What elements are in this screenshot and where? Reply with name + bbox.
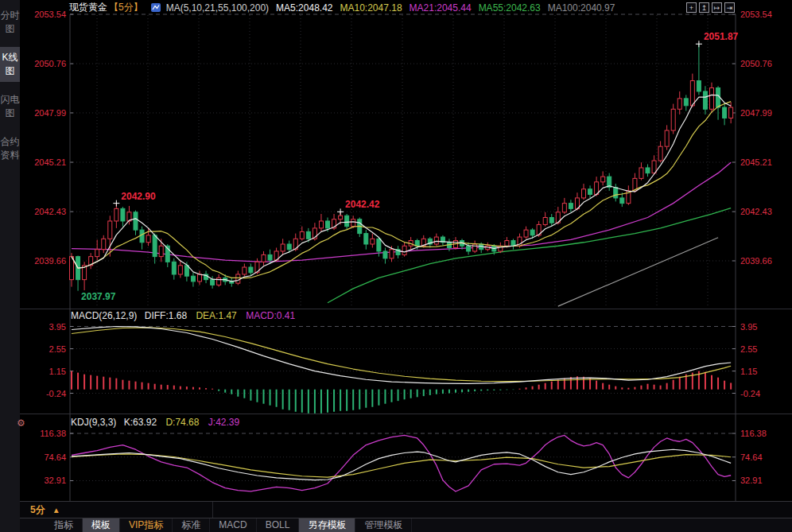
macd-dea-value: DEA:1.47 xyxy=(196,310,236,321)
interval-tag[interactable]: 【5分】 xyxy=(109,1,143,14)
svg-text:116.38: 116.38 xyxy=(740,429,767,438)
tab-4[interactable]: MACD xyxy=(210,518,256,532)
exit-panel-icon[interactable]: ⇥ xyxy=(724,2,735,13)
svg-text:2042.43: 2042.43 xyxy=(740,207,772,216)
gear-icon[interactable]: ⚙ xyxy=(17,417,25,429)
svg-text:1.15: 1.15 xyxy=(740,367,757,376)
instrument-title: 现货黄金 xyxy=(69,1,107,14)
svg-text:2050.76: 2050.76 xyxy=(34,59,66,68)
chart-type-icon xyxy=(151,2,161,13)
svg-text:74.64: 74.64 xyxy=(44,452,66,462)
svg-text:2039.66: 2039.66 xyxy=(740,256,772,266)
macd-header: MACD(26,12,9) DIFF:1.68 DEA:1.47 MACD:0.… xyxy=(71,310,295,321)
ma-value-3: MA55:2042.63 xyxy=(479,2,541,14)
sidebar-item-1[interactable]: K线图 xyxy=(0,47,20,82)
svg-text:3.95: 3.95 xyxy=(49,322,66,332)
bottom-tab-bar: 指标模板VIP指标标准MACDBOLL另存模板管理模板 xyxy=(20,518,792,532)
svg-text:-0.24: -0.24 xyxy=(740,389,760,398)
svg-text:2050.76: 2050.76 xyxy=(740,59,772,68)
trading-app: 2053.542053.542050.762050.762047.992047.… xyxy=(0,0,792,532)
sidebar-item-0[interactable]: 分时图 xyxy=(0,5,20,40)
ma-settings-label: MA(5,10,21,55,100,200) xyxy=(166,2,269,14)
kdj-header: KDJ(9,3,3) K:63.92 D:74.68 J:42.39 xyxy=(71,417,239,428)
svg-text:2045.21: 2045.21 xyxy=(34,157,66,167)
svg-text:2039.66: 2039.66 xyxy=(34,256,66,266)
svg-text:32.91: 32.91 xyxy=(740,476,763,485)
zoom-axis-icon[interactable]: ↥ xyxy=(699,2,709,13)
divider xyxy=(212,502,213,518)
svg-text:2051.87: 2051.87 xyxy=(704,31,739,42)
ma-value-4: MA100:2040.97 xyxy=(548,2,615,14)
sidebar: 分时图K线图闪电图合约资料 xyxy=(0,0,20,532)
svg-text:2047.99: 2047.99 xyxy=(740,108,772,118)
crosshair-icon[interactable]: + xyxy=(686,2,697,13)
macd-diff-value: DIFF:1.68 xyxy=(145,310,187,321)
ma-values: MA5:2048.42MA10:2047.18MA21:2045.44MA55:… xyxy=(269,2,615,14)
svg-text:2042.42: 2042.42 xyxy=(345,199,380,210)
macd-params-label: MACD(26,12,9) xyxy=(71,310,137,321)
sidebar-item-2[interactable]: 闪电图 xyxy=(0,89,20,124)
svg-text:116.38: 116.38 xyxy=(40,429,66,438)
svg-text:2037.97: 2037.97 xyxy=(81,291,116,302)
svg-text:2.55: 2.55 xyxy=(740,344,757,354)
window-icons: +↥↦⇥ xyxy=(686,2,735,13)
svg-text:2.55: 2.55 xyxy=(49,344,66,354)
kdj-params-label: KDJ(9,3,3) xyxy=(71,417,116,428)
svg-text:2045.21: 2045.21 xyxy=(740,157,772,167)
svg-text:74.64: 74.64 xyxy=(740,452,763,462)
ma-value-0: MA5:2048.42 xyxy=(276,2,332,14)
interval-row: 5分 ▲ xyxy=(20,501,792,518)
svg-text:1.15: 1.15 xyxy=(49,367,66,376)
chart-canvas[interactable]: 2053.542053.542050.762050.762047.992047.… xyxy=(0,0,792,532)
tab-1[interactable]: 模板 xyxy=(83,518,120,532)
pan-right-icon[interactable]: ↦ xyxy=(712,2,722,13)
chart-header: 现货黄金 【5分】 MA(5,10,21,55,100,200) MA5:204… xyxy=(20,0,792,15)
tab-0[interactable]: 指标 xyxy=(45,518,83,532)
kdj-d-value: D:74.68 xyxy=(165,417,199,428)
kdj-k-value: K:63.92 xyxy=(124,417,157,428)
svg-text:2047.99: 2047.99 xyxy=(34,108,66,118)
kdj-j-value: J:42.39 xyxy=(208,417,239,428)
svg-text:-0.24: -0.24 xyxy=(46,389,66,398)
ma-value-1: MA10:2047.18 xyxy=(340,2,402,14)
svg-text:2042.43: 2042.43 xyxy=(34,207,66,216)
svg-text:32.91: 32.91 xyxy=(44,476,66,485)
tab-2[interactable]: VIP指标 xyxy=(120,518,173,532)
tab-6[interactable]: 另存模板 xyxy=(299,518,355,532)
tab-7[interactable]: 管理模板 xyxy=(355,518,412,532)
svg-text:2042.90: 2042.90 xyxy=(121,191,156,202)
triangle-up-icon[interactable]: ▲ xyxy=(52,506,60,515)
tab-5[interactable]: BOLL xyxy=(257,518,300,532)
macd-macd-value: MACD:0.41 xyxy=(246,310,295,321)
svg-text:3.95: 3.95 xyxy=(740,322,757,332)
ma-value-2: MA21:2045.44 xyxy=(410,2,472,14)
sidebar-item-3[interactable]: 合约资料 xyxy=(0,131,20,166)
interval-label[interactable]: 5分 xyxy=(30,503,45,517)
tab-3[interactable]: 标准 xyxy=(173,518,210,532)
